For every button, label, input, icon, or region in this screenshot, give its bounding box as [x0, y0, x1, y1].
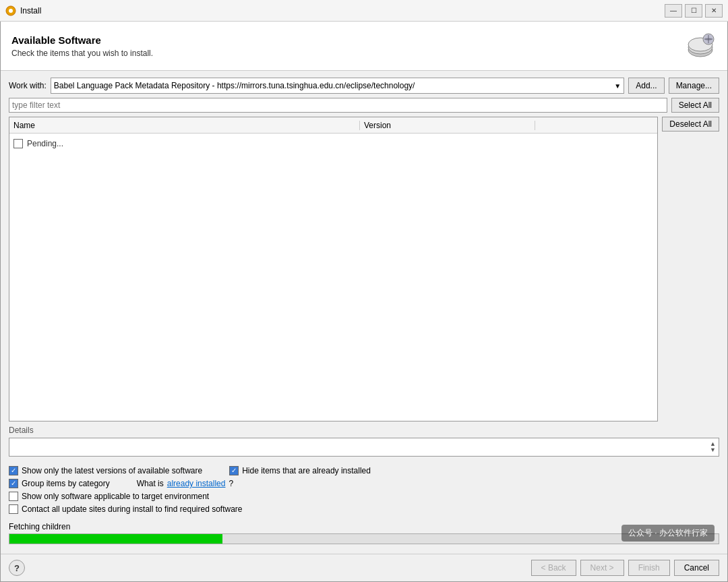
option-show-applicable: Show only software applicable to target …	[9, 492, 719, 501]
details-section: Details ▲ ▼	[9, 426, 719, 457]
option-already-installed: What is already installed ?	[137, 479, 233, 488]
help-button[interactable]: ?	[9, 560, 25, 576]
pending-text: Pending...	[27, 139, 63, 148]
options-section: ✓ Show only the latest versions of avail…	[9, 461, 719, 517]
window-title: Install	[20, 6, 665, 16]
options-row-1: ✓ Show only the latest versions of avail…	[9, 466, 719, 475]
filter-input[interactable]	[9, 98, 667, 113]
col-version-header: Version	[360, 121, 535, 130]
filter-row: Select All	[9, 98, 719, 113]
bottom-right: < Back Next > Finish Cancel	[531, 560, 719, 576]
maximize-button[interactable]: ☐	[685, 4, 702, 18]
table-and-buttons: Name Version Pending... Deselect All	[9, 117, 719, 421]
option-show-latest: ✓ Show only the latest versions of avail…	[9, 466, 202, 475]
select-all-button[interactable]: Select All	[671, 98, 719, 113]
dialog-body: Work with: Babel Language Pack Metadata …	[1, 71, 727, 554]
details-scroll-arrows: ▲ ▼	[710, 441, 716, 453]
dialog-header: Available Software Check the items that …	[1, 22, 727, 71]
next-button[interactable]: Next >	[580, 560, 624, 576]
details-input[interactable]: ▲ ▼	[9, 438, 719, 457]
hide-installed-checkbox[interactable]: ✓	[229, 466, 239, 475]
details-label: Details	[9, 426, 719, 435]
group-by-category-label: Group items by category	[22, 479, 110, 488]
group-by-category-checkbox[interactable]: ✓	[9, 479, 18, 488]
svg-point-1	[9, 9, 13, 13]
minimize-button[interactable]: —	[665, 4, 682, 18]
work-with-row: Work with: Babel Language Pack Metadata …	[9, 78, 719, 94]
progress-bar-fill	[9, 534, 222, 544]
contact-update-sites-checkbox[interactable]	[9, 504, 18, 514]
table-row[interactable]: Pending...	[9, 136, 657, 151]
title-bar: Install — ☐ ✕	[0, 0, 728, 22]
progress-bar-container	[9, 533, 719, 544]
contact-update-sites-label: Contact all update sites during install …	[22, 504, 243, 514]
scroll-down-icon[interactable]: ▼	[710, 447, 716, 453]
option-contact-update-sites: Contact all update sites during install …	[9, 504, 719, 514]
question-mark-label: ?	[229, 479, 233, 488]
already-installed-link[interactable]: already installed	[167, 479, 226, 488]
close-button[interactable]: ✕	[705, 4, 723, 18]
install-dialog: Available Software Check the items that …	[0, 22, 728, 582]
header-text: Available Software Check the items that …	[11, 34, 684, 58]
status-bar: Fetching children	[9, 521, 719, 547]
pending-checkbox[interactable]	[13, 139, 23, 148]
option-hide-installed: ✓ Hide items that are already installed	[229, 466, 371, 475]
manage-button[interactable]: Manage...	[669, 78, 719, 94]
work-with-value: Babel Language Pack Metadata Repository …	[54, 81, 415, 90]
what-is-label: What is	[137, 479, 164, 488]
show-latest-label: Show only the latest versions of availab…	[22, 466, 202, 475]
hide-installed-label: Hide items that are already installed	[242, 466, 371, 475]
header-icon	[684, 30, 717, 62]
deselect-all-button[interactable]: Deselect All	[662, 117, 719, 132]
cancel-button[interactable]: Cancel	[674, 560, 719, 576]
right-buttons: Deselect All	[662, 117, 719, 421]
app-icon	[5, 5, 16, 16]
software-table: Name Version Pending...	[9, 117, 658, 421]
window-controls: — ☐ ✕	[665, 4, 723, 18]
option-group-by-category: ✓ Group items by category	[9, 479, 110, 488]
table-header: Name Version	[9, 117, 657, 134]
options-row-2: ✓ Group items by category What is alread…	[9, 479, 719, 488]
dialog-title: Available Software	[11, 34, 684, 46]
work-with-label: Work with:	[9, 81, 47, 90]
bottom-bar: ? < Back Next > Finish Cancel	[1, 554, 727, 581]
dialog-subtitle: Check the items that you wish to install…	[11, 49, 684, 58]
show-latest-checkbox[interactable]: ✓	[9, 466, 18, 475]
col-name-header: Name	[9, 121, 360, 130]
table-body: Pending...	[9, 134, 657, 421]
bottom-left: ?	[9, 560, 25, 576]
finish-button[interactable]: Finish	[628, 560, 670, 576]
show-applicable-checkbox[interactable]	[9, 492, 18, 501]
work-with-dropdown[interactable]: Babel Language Pack Metadata Repository …	[51, 78, 624, 94]
fetching-label: Fetching children	[9, 522, 719, 531]
back-button[interactable]: < Back	[531, 560, 576, 576]
show-applicable-label: Show only software applicable to target …	[22, 492, 209, 501]
dropdown-arrow-icon: ▼	[614, 82, 621, 90]
add-button[interactable]: Add...	[628, 78, 664, 94]
